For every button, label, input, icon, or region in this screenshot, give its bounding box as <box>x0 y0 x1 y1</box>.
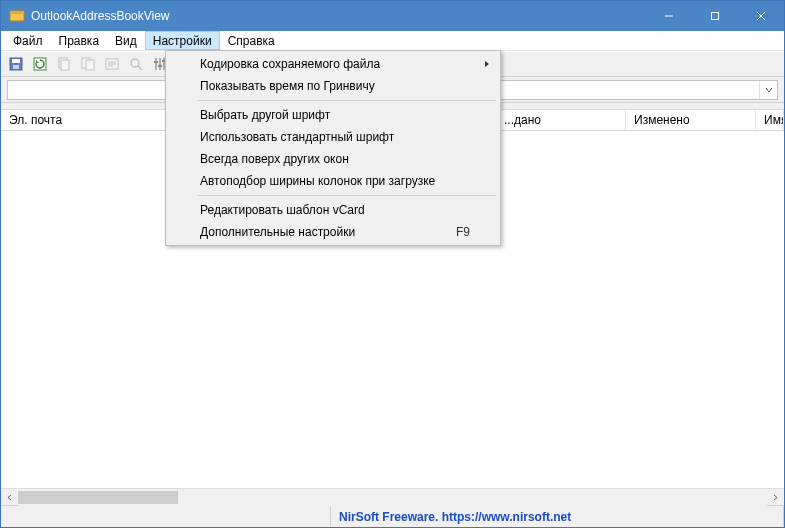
chevron-right-icon <box>484 57 490 71</box>
dd-item-gmt[interactable]: Показывать время по Гринвичу <box>168 75 498 97</box>
dd-item-edit-vcard[interactable]: Редактировать шаблон vCard <box>168 199 498 221</box>
app-icon <box>9 8 25 24</box>
svg-rect-13 <box>86 60 94 70</box>
scroll-track[interactable] <box>18 489 767 506</box>
menubar: Файл Правка Вид Настройки Справка <box>1 31 784 51</box>
svg-rect-23 <box>154 61 158 63</box>
properties-icon[interactable] <box>101 53 123 75</box>
titlebar: OutlookAddressBookView <box>1 1 784 31</box>
menu-settings[interactable]: Настройки <box>145 31 220 50</box>
dd-item-encoding[interactable]: Кодировка сохраняемого файла <box>168 53 498 75</box>
scroll-right-button[interactable] <box>767 489 784 506</box>
menu-file[interactable]: Файл <box>5 31 51 50</box>
column-created[interactable]: ...дано <box>496 110 626 130</box>
close-button[interactable] <box>738 1 784 31</box>
find-icon[interactable] <box>125 53 147 75</box>
menu-help[interactable]: Справка <box>220 31 283 50</box>
dd-item-choose-font[interactable]: Выбрать другой шрифт <box>168 104 498 126</box>
svg-rect-3 <box>712 13 719 20</box>
svg-rect-7 <box>12 59 20 63</box>
app-window: OutlookAddressBookView Файл Правка Вид Н… <box>0 0 785 528</box>
settings-dropdown: Кодировка сохраняемого файла Показывать … <box>165 50 501 246</box>
svg-rect-11 <box>61 60 69 70</box>
refresh-icon[interactable] <box>29 53 51 75</box>
filter-input[interactable] <box>7 80 167 100</box>
credit-link[interactable]: NirSoft Freeware. https://www.nirsoft.ne… <box>339 510 571 524</box>
cut-icon[interactable] <box>77 53 99 75</box>
statusbar: NirSoft Freeware. https://www.nirsoft.ne… <box>1 505 784 527</box>
minimize-button[interactable] <box>646 1 692 31</box>
scroll-thumb[interactable] <box>18 491 178 504</box>
svg-rect-21 <box>159 58 161 70</box>
svg-rect-1 <box>10 11 24 14</box>
column-modified[interactable]: Изменено <box>626 110 756 130</box>
dd-separator <box>198 100 496 101</box>
dd-item-autosize-columns[interactable]: Автоподбор ширины колонок при загрузке <box>168 170 498 192</box>
svg-point-18 <box>131 59 139 67</box>
save-icon[interactable] <box>5 53 27 75</box>
dd-item-advanced-settings[interactable]: Дополнительные настройки F9 <box>168 221 498 243</box>
svg-rect-8 <box>13 65 19 69</box>
horizontal-scrollbar[interactable] <box>1 488 784 505</box>
status-right: NirSoft Freeware. https://www.nirsoft.ne… <box>331 506 784 527</box>
chevron-down-icon <box>759 81 777 99</box>
dd-item-default-font[interactable]: Использовать стандартный шрифт <box>168 126 498 148</box>
dd-item-always-on-top[interactable]: Всегда поверх других окон <box>168 148 498 170</box>
svg-rect-24 <box>158 65 162 67</box>
menu-edit[interactable]: Правка <box>51 31 108 50</box>
dd-separator <box>198 195 496 196</box>
menu-view[interactable]: Вид <box>107 31 145 50</box>
column-name[interactable]: Имя <box>756 110 784 130</box>
maximize-button[interactable] <box>692 1 738 31</box>
svg-rect-20 <box>155 58 157 70</box>
copy-icon[interactable] <box>53 53 75 75</box>
svg-line-19 <box>138 66 142 70</box>
scroll-left-button[interactable] <box>1 489 18 506</box>
status-left <box>1 506 331 527</box>
window-title: OutlookAddressBookView <box>31 9 646 23</box>
